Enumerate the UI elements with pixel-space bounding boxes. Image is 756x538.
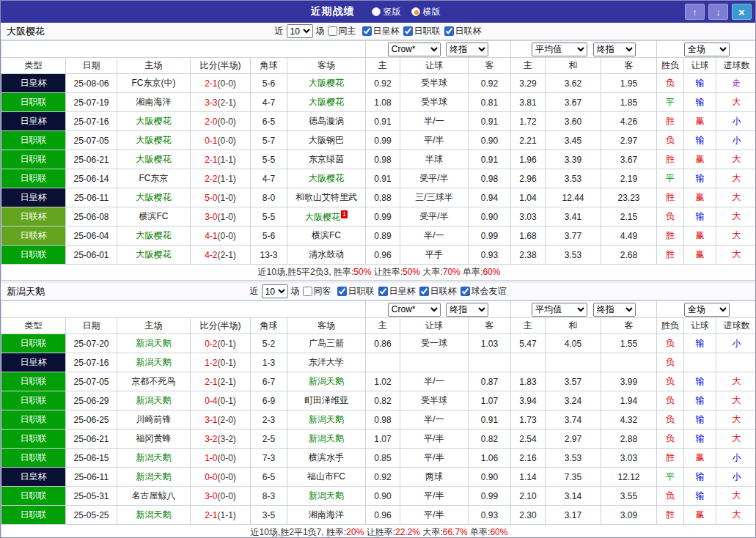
away-team[interactable]: 横滨FC — [287, 226, 366, 246]
home-team[interactable]: 大阪樱花 — [117, 226, 191, 246]
handicap-home-odds: 0.96 — [366, 246, 400, 265]
away-team-name: 新潟天鹅 — [309, 490, 344, 501]
away-team[interactable]: 大阪樱花1 — [287, 207, 366, 226]
away-team[interactable]: 福山市FC — [287, 468, 366, 487]
radio-horizontal-layout[interactable]: 横版 — [411, 6, 441, 18]
avg-draw-odds: 3.57 — [546, 372, 601, 391]
league-checkbox-input[interactable] — [378, 287, 388, 296]
avg-away-odds: 3.09 — [601, 506, 657, 525]
same-venue-input[interactable] — [303, 287, 312, 296]
league-filter-checkbox[interactable]: 日联杯 — [419, 285, 457, 298]
close-button[interactable]: × — [732, 4, 752, 20]
away-team[interactable]: 清水鼓动 — [287, 246, 366, 265]
away-team[interactable]: 新潟天鹅 — [287, 430, 366, 449]
corner-score: 4-7 — [251, 169, 287, 188]
league-checkbox-input[interactable] — [419, 287, 429, 296]
away-team[interactable]: 大阪樱花 — [287, 93, 366, 112]
filter-row-spacer — [1, 41, 366, 58]
away-team[interactable]: 大阪钢巴 — [287, 131, 366, 150]
league-filter-checkbox[interactable]: 球会友谊 — [460, 285, 507, 298]
home-team[interactable]: 京都不死鸟 — [117, 372, 191, 391]
home-team[interactable]: 新潟天鹅 — [117, 334, 191, 353]
match-score: 0-4(0-1) — [191, 391, 251, 410]
away-team[interactable]: 德岛漩涡 — [287, 112, 366, 131]
away-team[interactable]: 町田泽维亚 — [287, 391, 366, 410]
scope-select[interactable]: 全场 — [684, 43, 730, 56]
home-team[interactable]: 新潟天鹅 — [117, 449, 191, 468]
radio-horizontal-icon[interactable] — [411, 7, 420, 16]
home-team[interactable]: 横滨FC — [117, 207, 191, 226]
result-wdl: 胜 — [657, 150, 684, 169]
team-section-home: 大阪樱花 近 10 场 同主 日皇杯日职联日联杯 — [1, 23, 755, 281]
scope-select[interactable]: 全场 — [684, 303, 730, 317]
result-goals: 大 — [716, 93, 756, 112]
move-up-button[interactable]: ↑ — [685, 4, 705, 20]
league-filter-checkbox[interactable]: 日皇杯 — [362, 25, 400, 37]
home-team[interactable]: 湘南海洋 — [117, 93, 191, 112]
average-select[interactable]: 平均值 — [532, 303, 587, 317]
home-team[interactable]: 大阪樱花 — [117, 246, 191, 265]
radio-vertical-layout[interactable]: 竖版 — [372, 6, 401, 18]
average-select[interactable]: 平均值 — [532, 43, 587, 56]
league-checkbox-input[interactable] — [362, 26, 372, 36]
avg-draw-odds: 3.41 — [546, 207, 601, 226]
home-team[interactable]: 大阪樱花 — [117, 188, 191, 207]
average-stage-select[interactable]: 终指 — [593, 303, 636, 317]
home-team[interactable]: 大阪樱花 — [117, 150, 191, 169]
avg-home-odds: 2.21 — [511, 131, 546, 150]
league-checkbox-input[interactable] — [403, 26, 413, 36]
away-team[interactable]: 新潟天鹅 — [287, 372, 366, 391]
handicap-line: 平/半 — [400, 487, 469, 506]
league-checkbox-input[interactable] — [460, 287, 470, 296]
match-score: 4-2(2-1) — [191, 246, 251, 265]
league-checkbox-input[interactable] — [337, 287, 347, 296]
radio-vertical-icon[interactable] — [372, 7, 381, 16]
match-date: 25-07-19 — [66, 93, 117, 112]
away-team[interactable]: 大阪樱花 — [287, 74, 366, 93]
match-count-select[interactable]: 10 — [262, 284, 288, 298]
home-team[interactable]: FC东京 — [117, 169, 191, 188]
away-team[interactable]: 新潟天鹅 — [287, 487, 366, 506]
home-team[interactable]: 新潟天鹅 — [117, 391, 191, 410]
match-date: 25-06-25 — [66, 410, 117, 430]
away-team[interactable]: 新潟天鹅 — [287, 410, 366, 430]
away-team[interactable]: 东京绿茵 — [287, 150, 366, 169]
league-type-badge: 日联杯 — [1, 226, 66, 246]
same-venue-input[interactable] — [328, 26, 337, 36]
home-team[interactable]: 大阪樱花 — [117, 112, 191, 131]
filter-row-spacer — [1, 301, 366, 318]
home-team[interactable]: 名古屋鲸八 — [117, 487, 191, 506]
home-team[interactable]: 川崎前锋 — [117, 410, 191, 430]
avg-draw-odds: 3.77 — [546, 226, 601, 246]
home-team[interactable]: 新潟天鹅 — [117, 468, 191, 487]
result-wdl: 胜 — [657, 246, 684, 265]
league-filter-checkbox[interactable]: 日皇杯 — [378, 285, 416, 298]
home-team[interactable]: FC东京(中) — [117, 74, 191, 93]
same-venue-checkbox[interactable]: 同客 — [303, 285, 331, 298]
away-team[interactable]: 湘南海洋 — [287, 506, 366, 525]
move-down-button[interactable]: ↓ — [708, 4, 728, 20]
home-team[interactable]: 新潟天鹅 — [117, 506, 191, 525]
league-filter-checkbox[interactable]: 日联杯 — [444, 25, 482, 37]
home-team[interactable]: 新潟天鹅 — [117, 353, 191, 372]
home-team[interactable]: 福冈黄蜂 — [117, 430, 191, 449]
away-team-name: 新潟天鹅 — [309, 433, 344, 443]
handicap-stage-select[interactable]: 终指 — [446, 43, 488, 56]
bookmaker-select[interactable]: Crow* — [388, 43, 441, 56]
away-team[interactable]: 大阪樱花 — [287, 169, 366, 188]
league-filter-checkbox[interactable]: 日职联 — [337, 285, 375, 298]
average-stage-select[interactable]: 终指 — [593, 43, 636, 56]
league-filter-checkbox[interactable]: 日职联 — [403, 25, 441, 37]
away-team[interactable]: 东洋大学 — [287, 353, 366, 372]
same-venue-checkbox[interactable]: 同主 — [328, 25, 356, 37]
away-team[interactable]: 和歌山艾特里武 — [287, 188, 366, 207]
match-count-select[interactable]: 10 — [287, 24, 313, 38]
match-score: 0-1(0-0) — [191, 131, 251, 150]
bookmaker-select[interactable]: Crow* — [388, 303, 441, 317]
home-team[interactable]: 大阪樱花 — [117, 131, 191, 150]
away-team[interactable]: 广岛三箭 — [287, 334, 366, 353]
league-checkbox-input[interactable] — [444, 26, 454, 36]
away-team[interactable]: 横滨水手 — [287, 449, 366, 468]
match-row: 日联杯 25-06-04 大阪樱花 4-1(0-0) 5-6 横滨FC 0.89… — [1, 226, 756, 246]
handicap-stage-select[interactable]: 终指 — [446, 303, 488, 317]
